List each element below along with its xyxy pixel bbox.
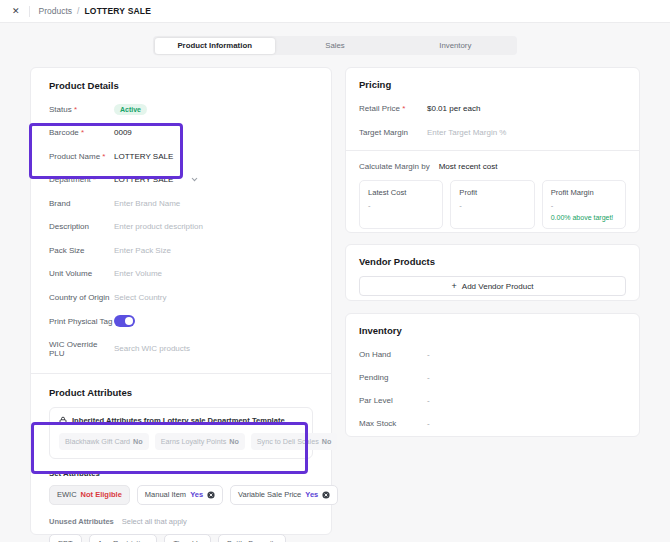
margin-target-note: 0.00% above target! [551, 214, 617, 221]
tab-sales[interactable]: Sales [275, 38, 395, 54]
unused-attributes-title: Unused Attributes [49, 517, 114, 526]
on-hand-value: - [427, 350, 430, 359]
top-bar: ✕ Products / LOTTERY SALE [0, 0, 670, 23]
calculate-margin-label: Calculate Margin by [359, 162, 430, 171]
breadcrumb-products[interactable]: Products [39, 6, 73, 16]
field-barcode: Barcode 0009 [49, 127, 313, 138]
add-vendor-product-button[interactable]: + Add Vendor Product [359, 276, 626, 296]
product-name-value[interactable]: LOTTERY SALE [114, 152, 173, 161]
barcode-label: Barcode [49, 128, 114, 137]
inherited-attributes-label: Inherited Attributes from Lottery sale D… [72, 416, 285, 425]
breadcrumb: Products / LOTTERY SALE [39, 6, 152, 16]
unused-attributes-hint: Select all that apply [122, 517, 187, 526]
chip-age-restriction[interactable]: Age Restriction [89, 534, 158, 542]
vendor-products-card: Vendor Products + Add Vendor Product [345, 244, 640, 301]
chip-variable-sale-price[interactable]: Variable Sale Price Yes [230, 485, 338, 505]
lock-icon [59, 416, 67, 425]
chip-tippable[interactable]: Tippable [164, 534, 211, 542]
profit-margin-box: Profit Margin - 0.00% above target! [542, 180, 626, 229]
set-attributes-title: Set Attributes [49, 469, 313, 478]
retail-price-label: Retail Price [359, 104, 427, 113]
field-unit-volume: Unit Volume Enter Volume [49, 268, 313, 279]
field-description: Description Enter product description [49, 221, 313, 232]
calculate-margin-row: Calculate Margin by Most recent cost [359, 162, 626, 171]
department-value[interactable]: LOTTERY SALE [114, 175, 173, 184]
close-icon[interactable]: ✕ [12, 7, 20, 16]
chip-manual-item[interactable]: Manual Item Yes [137, 485, 223, 505]
pack-size-input[interactable]: Enter Pack Size [114, 246, 171, 255]
unused-attributes-chips: EBT Age Restriction Tippable Bottle Depo… [49, 534, 299, 542]
calculate-margin-select[interactable]: Most recent cost [439, 162, 498, 171]
remove-icon[interactable] [322, 491, 330, 499]
inventory-card: Inventory On Hand - Pending - Par Level … [345, 313, 640, 437]
pending-value: - [427, 373, 430, 382]
par-level-label: Par Level [359, 396, 427, 405]
chip-blackhawk-gift-card: Blackhawk Gift CardNo [59, 433, 149, 450]
unused-attributes-header: Unused Attributes Select all that apply [49, 517, 313, 526]
print-tag-toggle[interactable] [114, 315, 135, 327]
profit-box: Profit - [450, 180, 534, 229]
retail-price-value[interactable]: $0.01 per each [427, 104, 480, 113]
max-stock-value: - [427, 419, 430, 428]
plus-icon: + [452, 281, 457, 291]
pack-size-label: Pack Size [49, 246, 114, 255]
tab-inventory[interactable]: Inventory [395, 38, 515, 54]
latest-cost-box: Latest Cost - [359, 180, 443, 229]
field-wic-override: WIC Override PLU Search WIC products [49, 340, 313, 358]
wic-override-label: WIC Override PLU [49, 340, 114, 358]
brand-label: Brand [49, 199, 114, 208]
chip-sync-to-deli-scales: Sync to Deli ScalesNo [251, 433, 338, 450]
unit-volume-input[interactable]: Enter Volume [114, 269, 162, 278]
inherited-chips: Blackhawk Gift CardNo Earns Loyalty Poin… [59, 433, 303, 450]
tab-product-information[interactable]: Product Information [155, 38, 275, 54]
description-label: Description [49, 222, 114, 231]
description-input[interactable]: Enter product description [114, 222, 203, 231]
on-hand-label: On Hand [359, 350, 427, 359]
breadcrumb-separator: / [77, 6, 79, 16]
field-pending: Pending - [359, 372, 626, 382]
status-label: Status [49, 105, 114, 114]
product-name-label: Product Name [49, 152, 114, 161]
topbar-divider [29, 6, 30, 17]
field-country-of-origin: Country of Origin Select Country [49, 292, 313, 303]
vendor-products-title: Vendor Products [359, 256, 626, 267]
section-divider [31, 373, 331, 374]
field-target-margin: Target Margin Enter Target Margin % [359, 127, 626, 138]
chevron-down-icon[interactable] [191, 177, 198, 182]
toggle-knob [125, 317, 133, 325]
max-stock-label: Max Stock [359, 419, 427, 428]
field-status: Status Active [49, 104, 313, 115]
field-brand: Brand Enter Brand Name [49, 198, 313, 209]
field-pack-size: Pack Size Enter Pack Size [49, 245, 313, 256]
product-attributes-title: Product Attributes [49, 387, 313, 398]
product-details-title: Product Details [49, 80, 313, 91]
target-margin-input[interactable]: Enter Target Margin % [427, 128, 506, 137]
wic-override-input[interactable]: Search WIC products [114, 344, 190, 353]
field-retail-price: Retail Price $0.01 per each [359, 103, 626, 114]
pricing-title: Pricing [359, 79, 626, 90]
pending-label: Pending [359, 373, 427, 382]
add-vendor-product-label: Add Vendor Product [462, 282, 534, 291]
country-select[interactable]: Select Country [114, 293, 166, 302]
chip-bottle-deposits[interactable]: Bottle Deposits [218, 534, 286, 542]
status-badge: Active [114, 104, 147, 115]
field-par-level: Par Level - [359, 395, 626, 405]
field-print-physical-tag: Print Physical Tag [49, 315, 313, 327]
brand-input[interactable]: Enter Brand Name [114, 199, 180, 208]
field-on-hand: On Hand - [359, 349, 626, 359]
breadcrumb-current: LOTTERY SALE [84, 6, 151, 16]
target-margin-label: Target Margin [359, 128, 427, 137]
inherited-attributes-box: Inherited Attributes from Lottery sale D… [49, 407, 313, 459]
pricing-divider [346, 150, 639, 151]
country-label: Country of Origin [49, 293, 114, 302]
print-tag-label: Print Physical Tag [49, 317, 114, 326]
margin-boxes: Latest Cost - Profit - Profit Margin - 0… [359, 180, 626, 229]
department-label: Department [49, 175, 114, 184]
chip-ebt[interactable]: EBT [49, 534, 82, 542]
remove-icon[interactable] [207, 491, 215, 499]
barcode-value[interactable]: 0009 [114, 128, 132, 137]
field-product-name: Product Name LOTTERY SALE [49, 151, 313, 162]
chip-ewic[interactable]: EWIC Not Eligible [49, 485, 130, 505]
unit-volume-label: Unit Volume [49, 269, 114, 278]
set-attributes-chips: EWIC Not Eligible Manual Item Yes Variab… [49, 485, 313, 505]
